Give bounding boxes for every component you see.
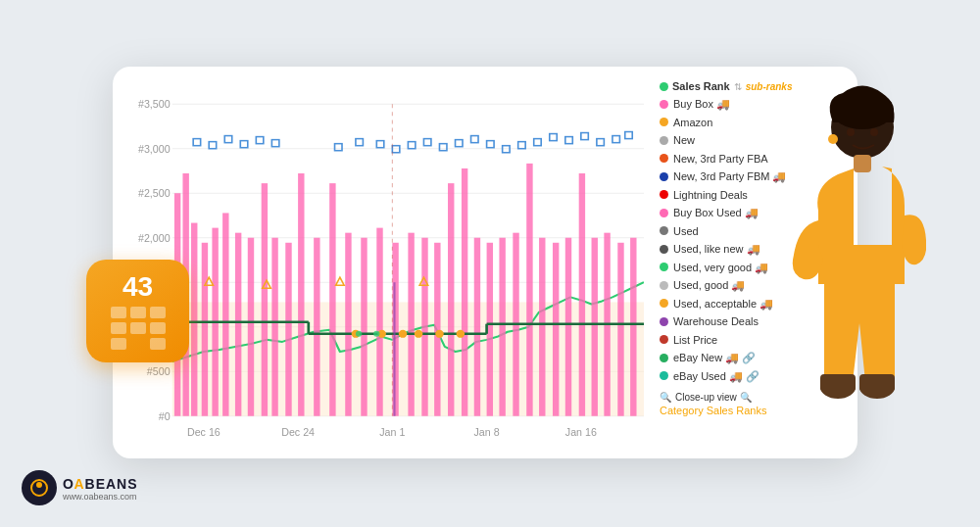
used-label: Used [673, 223, 699, 240]
calc-cell-1 [111, 307, 126, 318]
svg-rect-36 [345, 233, 351, 416]
new3pfbm-dot [660, 172, 668, 181]
new3pfba-label: New, 3rd Party FBA [673, 151, 768, 168]
buyboxused-label: Buy Box Used 🚚 [673, 205, 759, 221]
listprice-label: List Price [673, 332, 717, 349]
warehouse-dot [660, 317, 668, 326]
svg-rect-83 [565, 137, 572, 144]
svg-rect-39 [392, 243, 398, 416]
ebaynew-dot [660, 354, 668, 362]
usedverygood-dot [660, 263, 668, 271]
svg-point-111 [870, 128, 878, 136]
svg-rect-45 [474, 238, 480, 416]
logo-brand: OABEANS [63, 476, 138, 492]
buybox-dot [660, 100, 668, 109]
svg-marker-90 [336, 277, 345, 285]
svg-point-110 [847, 128, 855, 136]
calc-cell-6 [150, 322, 166, 334]
sales-rank-dot [660, 82, 668, 91]
svg-rect-108 [859, 374, 895, 392]
svg-point-98 [356, 331, 362, 337]
svg-point-94 [399, 330, 408, 338]
svg-rect-80 [518, 142, 525, 149]
svg-rect-32 [285, 243, 291, 416]
svg-rect-73 [408, 142, 415, 149]
svg-text:Jan 1: Jan 1 [379, 427, 405, 438]
svg-point-97 [457, 330, 466, 338]
svg-rect-43 [448, 183, 454, 416]
usedlikenew-dot [660, 245, 668, 254]
calculator-number: 43 [122, 273, 153, 301]
logo-area: OABEANS www.oabeans.com [22, 470, 138, 505]
calculator-widget: 43 [86, 260, 189, 362]
svg-rect-84 [581, 133, 588, 140]
svg-rect-82 [550, 134, 557, 141]
usedgood-label: Used, good 🚚 [673, 277, 745, 294]
used-dot [660, 226, 668, 235]
lightning-label: Lightning Deals [673, 187, 748, 204]
new-label: New [673, 132, 695, 149]
usedgood-dot [660, 281, 668, 290]
svg-text:Dec 24: Dec 24 [281, 427, 315, 438]
closeup-label: Close-up view 🔍 [675, 392, 752, 403]
svg-rect-53 [579, 173, 585, 416]
svg-rect-51 [553, 243, 559, 416]
category-sales-ranks-link[interactable]: Category Sales Ranks [660, 405, 766, 416]
svg-point-109 [828, 134, 838, 144]
svg-rect-77 [471, 136, 478, 143]
calc-cell-5 [130, 322, 146, 334]
svg-point-114 [36, 482, 42, 488]
svg-text:#2,500: #2,500 [138, 189, 171, 200]
svg-rect-37 [361, 238, 367, 416]
svg-text:#3,500: #3,500 [138, 100, 171, 111]
chart-svg: #3,500 #3,000 #2,500 #2,000 #1,500 #1,00… [130, 84, 644, 441]
svg-rect-27 [222, 213, 228, 415]
calculator-grid [111, 307, 166, 350]
svg-rect-44 [462, 168, 467, 416]
svg-text:Dec 16: Dec 16 [187, 427, 220, 438]
svg-rect-41 [421, 238, 427, 416]
ebayused-label: eBay Used 🚚 🔗 [673, 368, 760, 385]
logo-icon [26, 475, 52, 501]
search-icon: 🔍 [660, 392, 671, 403]
svg-rect-54 [592, 238, 598, 416]
lightning-dot [660, 190, 668, 199]
ebaynew-label: eBay New 🚚 🔗 [673, 350, 756, 366]
svg-rect-33 [298, 173, 304, 416]
calc-cell-7 [150, 338, 166, 350]
svg-rect-76 [456, 140, 463, 147]
svg-rect-81 [534, 139, 541, 146]
new-dot [660, 136, 668, 145]
chart-area: #3,500 #3,000 #2,500 #2,000 #1,500 #1,00… [113, 67, 652, 458]
svg-point-95 [415, 330, 423, 338]
svg-rect-64 [209, 142, 216, 149]
svg-rect-47 [499, 238, 505, 416]
svg-rect-68 [271, 140, 278, 147]
svg-rect-35 [329, 183, 335, 416]
svg-rect-106 [820, 374, 856, 392]
svg-rect-42 [434, 243, 440, 416]
main-container: #3,500 #3,000 #2,500 #2,000 #1,500 #1,00… [0, 0, 980, 527]
svg-rect-30 [262, 183, 268, 416]
svg-rect-57 [630, 238, 636, 416]
chart-card: #3,500 #3,000 #2,500 #2,000 #1,500 #1,00… [113, 67, 858, 458]
svg-rect-50 [539, 238, 545, 416]
amazon-label: Amazon [673, 115, 712, 131]
svg-rect-49 [526, 164, 532, 416]
logo-circle [22, 470, 57, 505]
svg-rect-74 [423, 139, 430, 146]
svg-rect-70 [356, 139, 363, 146]
sort-icon[interactable]: ⇅ [734, 81, 742, 92]
svg-rect-72 [392, 146, 399, 153]
svg-rect-24 [191, 223, 197, 416]
calc-cell-2 [130, 307, 146, 318]
usedacceptable-label: Used, acceptable 🚚 [673, 296, 773, 312]
svg-rect-79 [503, 146, 510, 153]
sub-ranks-link[interactable]: sub-ranks [746, 81, 793, 92]
calc-cell-4 [111, 322, 126, 334]
svg-rect-69 [335, 144, 342, 151]
svg-rect-75 [439, 144, 446, 151]
svg-text:#0: #0 [159, 411, 171, 422]
svg-rect-78 [487, 141, 494, 148]
svg-rect-87 [625, 132, 632, 139]
